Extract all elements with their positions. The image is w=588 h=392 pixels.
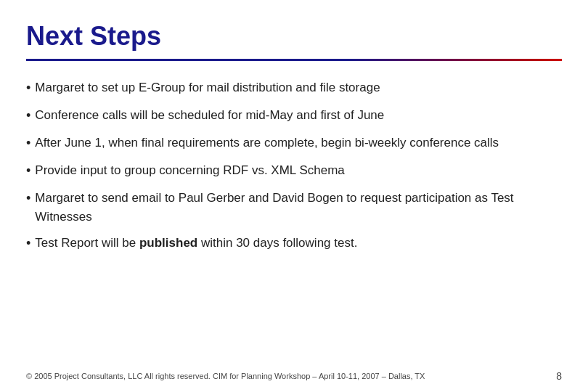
list-item: • Provide input to group concerning RDF … bbox=[26, 161, 562, 181]
list-item: • Test Report will be published within 3… bbox=[26, 234, 562, 254]
list-item: • Margaret to set up E-Group for mail di… bbox=[26, 78, 562, 99]
slide: Next Steps • Margaret to set up E-Group … bbox=[0, 0, 588, 392]
slide-number: 8 bbox=[556, 370, 562, 382]
title-divider bbox=[26, 59, 562, 61]
list-item: • Margaret to send email to Paul Gerber … bbox=[26, 189, 562, 227]
bullet-icon: • bbox=[26, 78, 30, 99]
list-item: • After June 1, when final requirements … bbox=[26, 134, 562, 154]
page-title: Next Steps bbox=[26, 20, 562, 52]
bullet-text: Margaret to set up E-Group for mail dist… bbox=[35, 78, 562, 97]
bullet-icon: • bbox=[26, 106, 30, 126]
bullet-icon: • bbox=[26, 234, 30, 254]
bullet-text: Conference calls will be scheduled for m… bbox=[35, 106, 562, 125]
slide-footer: © 2005 Project Consultants, LLC All righ… bbox=[26, 370, 562, 382]
bullet-text: After June 1, when final requirements ar… bbox=[35, 134, 562, 152]
bullet-icon: • bbox=[26, 161, 30, 181]
bullet-list: • Margaret to set up E-Group for mail di… bbox=[26, 78, 562, 254]
bullet-text: Provide input to group concerning RDF vs… bbox=[35, 161, 562, 180]
bullet-text: Margaret to send email to Paul Gerber an… bbox=[35, 189, 562, 227]
list-item: • Conference calls will be scheduled for… bbox=[26, 106, 562, 126]
bullet-icon: • bbox=[26, 189, 30, 209]
bullet-text-bold: Test Report will be published within 30 … bbox=[35, 234, 562, 253]
bullet-icon: • bbox=[26, 134, 30, 154]
footer-copyright: © 2005 Project Consultants, LLC All righ… bbox=[26, 371, 556, 382]
